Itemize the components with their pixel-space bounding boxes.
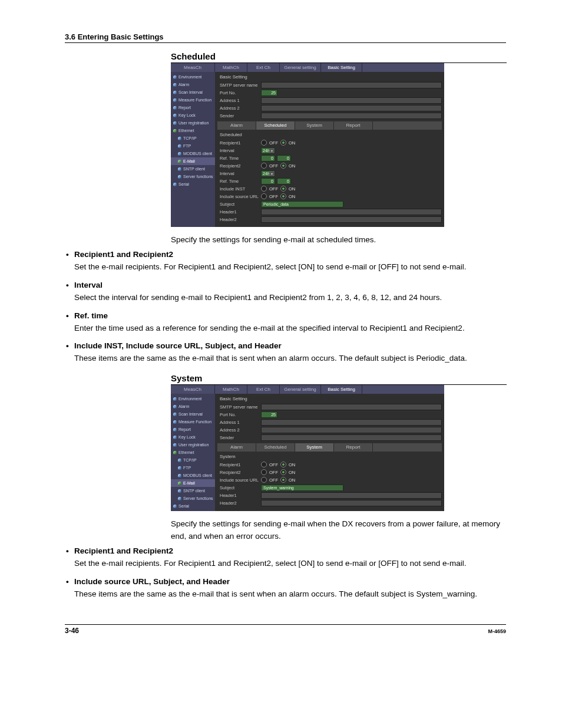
inst-on-radio[interactable] — [280, 186, 286, 192]
bullet-body: These items are the same as the e-mail t… — [74, 353, 506, 365]
nav-modbus-client[interactable]: MODBUS client — [171, 472, 215, 479]
recipient2-on-radio[interactable] — [280, 469, 286, 475]
subtab-alarm[interactable]: Alarm — [217, 121, 256, 130]
reftime2-h[interactable]: 0 — [261, 178, 275, 185]
nav-alarm[interactable]: Alarm — [171, 403, 215, 410]
nav-server-functions[interactable]: Server functions — [171, 173, 215, 180]
recipient2-off-radio[interactable] — [261, 469, 267, 475]
tab-measch[interactable]: MeasCh — [171, 63, 215, 72]
addr2-field[interactable] — [261, 105, 442, 111]
off-text: OFF — [269, 186, 278, 192]
nav-scan-interval[interactable]: Scan Interval — [171, 410, 215, 418]
inst-off-radio[interactable] — [261, 186, 267, 192]
url-on-radio[interactable] — [280, 477, 286, 483]
recipient1-on-radio[interactable] — [280, 462, 286, 467]
tab-extch[interactable]: Ext Ch — [247, 63, 280, 72]
recipient1-on-radio[interactable] — [280, 140, 286, 146]
subtab-report[interactable]: Report — [334, 443, 373, 452]
nav-report[interactable]: Report — [171, 426, 215, 433]
recipient2-off-radio[interactable] — [261, 163, 267, 169]
nav-serial[interactable]: Serial — [171, 502, 215, 510]
nav-user-registration[interactable]: User registration — [171, 119, 215, 127]
sender-field[interactable] — [261, 434, 442, 441]
tab-basic-setting[interactable]: Basic Setting — [321, 385, 362, 394]
subtab-scheduled[interactable]: Scheduled — [256, 121, 295, 130]
nav-server-functions[interactable]: Server functions — [171, 495, 215, 502]
addr2-field[interactable] — [261, 427, 442, 433]
port-field[interactable]: 25 — [261, 90, 277, 96]
tab-measch[interactable]: MeasCh — [171, 385, 215, 394]
nav-ethernet[interactable]: Ethernet — [171, 127, 215, 134]
header1-field[interactable] — [261, 209, 442, 215]
nav-environment[interactable]: Environment — [171, 395, 215, 403]
addr1-label: Address 1 — [217, 420, 261, 425]
nav-measure-function[interactable]: Measure Function — [171, 418, 215, 426]
nav-measure-function[interactable]: Measure Function — [171, 96, 215, 104]
nav-key-lock[interactable]: Key Lock — [171, 433, 215, 441]
tab-extch[interactable]: Ext Ch — [247, 385, 280, 394]
tab-mathch[interactable]: MathCh — [215, 385, 247, 394]
off-text: OFF — [269, 470, 278, 475]
recipient2-on-radio[interactable] — [280, 163, 286, 169]
tab-basic-setting[interactable]: Basic Setting — [321, 63, 362, 72]
bullet-body: Select the interval for sending e-mail t… — [74, 292, 506, 304]
nav-scan-interval[interactable]: Scan Interval — [171, 88, 215, 96]
nav-tcpip[interactable]: TCP/IP — [171, 456, 215, 464]
email-subtabs: Alarm Scheduled System Report — [217, 121, 442, 130]
nav-key-lock[interactable]: Key Lock — [171, 111, 215, 119]
interval1-dropdown[interactable]: 24h▾ — [261, 147, 275, 154]
nav-sntp-client[interactable]: SNTP client — [171, 165, 215, 173]
addr1-field[interactable] — [261, 419, 442, 426]
recipient1-label: Recipient1 — [217, 140, 261, 146]
doc-code: M-4659 — [488, 628, 506, 634]
interval2-dropdown[interactable]: 24h▾ — [261, 170, 275, 177]
header2-field[interactable] — [261, 500, 442, 506]
subtab-system[interactable]: System — [295, 121, 334, 130]
nav-ethernet[interactable]: Ethernet — [171, 449, 215, 456]
reftime1-m[interactable]: 0 — [277, 155, 291, 162]
nav-ftp[interactable]: FTP — [171, 142, 215, 150]
off-text: OFF — [269, 163, 278, 169]
recipient1-off-radio[interactable] — [261, 140, 267, 146]
nav-modbus-client[interactable]: MODBUS client — [171, 150, 215, 157]
port-field[interactable]: 25 — [261, 411, 277, 418]
nav-sntp-client[interactable]: SNTP client — [171, 487, 215, 495]
url-on-radio[interactable] — [280, 193, 286, 199]
reftime1-h[interactable]: 0 — [261, 155, 275, 162]
url-off-radio[interactable] — [261, 477, 267, 483]
addr1-field[interactable] — [261, 97, 442, 104]
nav-alarm[interactable]: Alarm — [171, 81, 215, 88]
smtp-field[interactable] — [261, 82, 442, 88]
nav-user-registration[interactable]: User registration — [171, 441, 215, 449]
on-text: ON — [289, 477, 295, 483]
nav-email[interactable]: E-Mail — [171, 157, 215, 165]
subject-field[interactable]: Periodic_data — [261, 201, 343, 207]
recipient1-off-radio[interactable] — [261, 462, 267, 467]
tab-general-setting[interactable]: General setting — [280, 63, 321, 72]
bullet-head: Interval — [65, 279, 506, 292]
subtab-report[interactable]: Report — [334, 121, 373, 130]
bullet-head: Include INST, Include source URL, Subjec… — [65, 340, 506, 353]
nav-environment[interactable]: Environment — [171, 73, 215, 81]
header2-field[interactable] — [261, 216, 442, 223]
recipient2-label: Recipient2 — [217, 163, 261, 169]
header1-field[interactable] — [261, 492, 442, 499]
subject-field[interactable]: System_warning — [261, 485, 343, 491]
subtab-alarm[interactable]: Alarm — [217, 443, 256, 452]
nav-report[interactable]: Report — [171, 104, 215, 111]
tab-mathch[interactable]: MathCh — [215, 63, 247, 72]
subtab-system[interactable]: System — [295, 443, 334, 452]
nav-ftp[interactable]: FTP — [171, 464, 215, 472]
nav-tcpip[interactable]: TCP/IP — [171, 134, 215, 142]
nav-serial[interactable]: Serial — [171, 180, 215, 188]
reftime2-m[interactable]: 0 — [277, 178, 291, 185]
subtab-scheduled[interactable]: Scheduled — [256, 443, 295, 452]
off-text: OFF — [269, 140, 278, 146]
smtp-field[interactable] — [261, 404, 442, 410]
nav-email[interactable]: E-Mail — [171, 479, 215, 487]
sender-field[interactable] — [261, 113, 442, 119]
system-screenshot: MeasCh MathCh Ext Ch General setting Bas… — [171, 385, 444, 511]
url-off-radio[interactable] — [261, 193, 267, 199]
tab-general-setting[interactable]: General setting — [280, 385, 321, 394]
email-subtabs: Alarm Scheduled System Report — [217, 443, 442, 452]
